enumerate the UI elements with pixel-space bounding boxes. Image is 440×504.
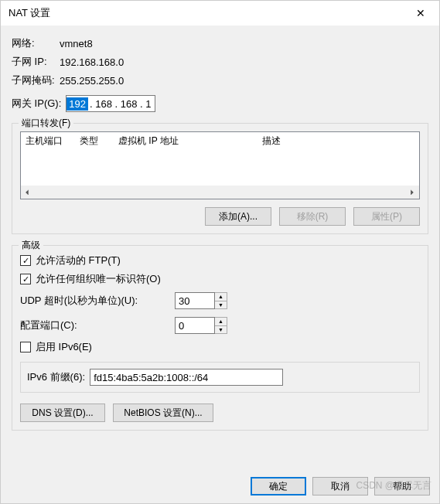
content-area: 网络: vmnet8 子网 IP: 192.168.168.0 子网掩码: 25… bbox=[1, 26, 439, 431]
gateway-ip-rest: . 168 . 168 . 1 bbox=[88, 98, 155, 110]
oui-label: 允许任何组织唯一标识符(O) bbox=[36, 272, 161, 286]
add-button[interactable]: 添加(A)... bbox=[205, 207, 271, 226]
nat-settings-dialog: NAT 设置 ✕ 网络: vmnet8 子网 IP: 192.168.168.0… bbox=[0, 0, 440, 504]
subnet-ip-label: 子网 IP: bbox=[12, 55, 60, 69]
gateway-ip-input[interactable]: 192 . 168 . 168 . 1 bbox=[66, 95, 155, 112]
ipv6-enable-label: 启用 IPv6(E) bbox=[36, 340, 92, 354]
properties-button: 属性(P) bbox=[353, 207, 420, 226]
udp-timeout-label: UDP 超时(以秒为单位)(U): bbox=[20, 294, 175, 308]
gateway-ip-seg-selected: 192 bbox=[67, 97, 88, 111]
dialog-title: NAT 设置 bbox=[9, 6, 50, 20]
config-port-label: 配置端口(C): bbox=[20, 318, 175, 332]
subnet-mask-value: 255.255.255.0 bbox=[60, 75, 124, 87]
ipv6-prefix-box: IPv6 前缀(6): bbox=[20, 362, 420, 393]
config-port-input[interactable] bbox=[175, 317, 215, 334]
network-label: 网络: bbox=[12, 36, 60, 50]
oui-checkbox[interactable]: ✓ bbox=[20, 274, 31, 284]
cancel-button[interactable]: 取消 bbox=[312, 477, 368, 495]
titlebar: NAT 设置 ✕ bbox=[1, 1, 439, 26]
ipv6-prefix-label: IPv6 前缀(6): bbox=[27, 370, 85, 384]
col-vm-ip: 虚拟机 IP 地址 bbox=[118, 135, 258, 148]
subnet-ip-value: 192.168.168.0 bbox=[60, 56, 124, 68]
spin-up-icon[interactable]: ▲ bbox=[215, 318, 227, 326]
netbios-settings-button[interactable]: NetBIOS 设置(N)... bbox=[113, 404, 213, 422]
spin-down-icon[interactable]: ▼ bbox=[215, 326, 227, 334]
advanced-legend: 高级 bbox=[19, 239, 43, 252]
col-host-port: 主机端口 bbox=[26, 135, 75, 148]
col-type: 类型 bbox=[80, 135, 114, 148]
spin-down-icon[interactable]: ▼ bbox=[215, 301, 227, 309]
col-desc: 描述 bbox=[262, 135, 281, 148]
table-header: 主机端口 类型 虚拟机 IP 地址 描述 bbox=[21, 132, 419, 149]
dialog-buttons: 确定 取消 帮助 bbox=[251, 477, 430, 495]
scroll-left-icon[interactable]: 🞀 bbox=[21, 186, 34, 199]
help-button[interactable]: 帮助 bbox=[374, 477, 430, 495]
advanced-group: 高级 ✓ 允许活动的 FTP(T) ✓ 允许任何组织唯一标识符(O) UDP 超… bbox=[12, 245, 428, 431]
subnet-mask-label: 子网掩码: bbox=[12, 73, 60, 87]
remove-button: 移除(R) bbox=[279, 207, 346, 226]
port-forward-group: 端口转发(F) 主机端口 类型 虚拟机 IP 地址 描述 🞀 🞂 添加(A)..… bbox=[12, 123, 428, 234]
port-forward-legend: 端口转发(F) bbox=[19, 117, 73, 130]
ok-button[interactable]: 确定 bbox=[251, 477, 306, 495]
udp-timeout-input[interactable] bbox=[175, 292, 215, 309]
ftp-checkbox[interactable]: ✓ bbox=[20, 255, 31, 266]
dns-settings-button[interactable]: DNS 设置(D)... bbox=[20, 404, 105, 422]
gateway-label: 网关 IP(G): bbox=[12, 97, 61, 111]
horizontal-scrollbar[interactable]: 🞀 🞂 bbox=[21, 186, 419, 199]
config-port-spinner[interactable]: ▲▼ bbox=[215, 317, 227, 334]
ipv6-prefix-input[interactable] bbox=[90, 369, 283, 386]
spin-up-icon[interactable]: ▲ bbox=[215, 293, 227, 301]
udp-spinner[interactable]: ▲▼ bbox=[215, 292, 227, 309]
scroll-right-icon[interactable]: 🞂 bbox=[406, 186, 419, 199]
ipv6-checkbox[interactable] bbox=[20, 342, 31, 352]
ftp-label: 允许活动的 FTP(T) bbox=[36, 254, 121, 267]
network-value: vmnet8 bbox=[60, 38, 93, 49]
close-icon[interactable]: ✕ bbox=[410, 4, 431, 22]
port-forward-table[interactable]: 主机端口 类型 虚拟机 IP 地址 描述 🞀 🞂 bbox=[20, 131, 420, 199]
